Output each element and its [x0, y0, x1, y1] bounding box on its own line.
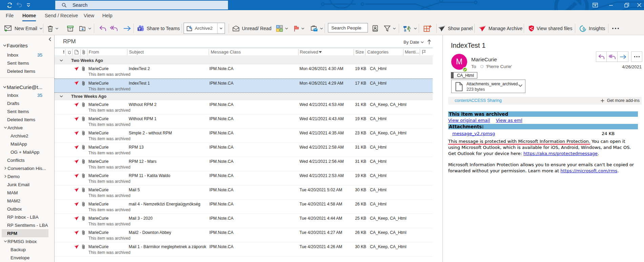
close-button[interactable]	[633, 0, 644, 10]
quick-step-dropdown[interactable]	[217, 23, 225, 34]
table-row[interactable]: MarieCuriemail 4 - Nemzetközi Energiaügy…	[55, 200, 433, 214]
sidebar-item-sent-items[interactable]: Sent Items	[0, 59, 54, 67]
show-panel-button[interactable]: Show panel	[438, 22, 473, 35]
sidebar-item-demo[interactable]: Demo	[0, 172, 54, 180]
more-actions-button[interactable]	[631, 51, 642, 62]
restore-button[interactable]	[621, 0, 632, 10]
folder-section-favorites[interactable]: Favorites	[0, 41, 54, 49]
view-shared-files-button[interactable]: View shared files	[528, 22, 573, 35]
sort-direction-button[interactable]	[427, 39, 432, 45]
get-more-addins-button[interactable]: Get more add-ins	[601, 98, 640, 103]
sidebar-item-outbox[interactable]: Outbox	[0, 205, 54, 213]
move-to-button[interactable]	[79, 22, 91, 35]
sidebar-item-archive2[interactable]: Archive2	[0, 132, 54, 140]
filter-email-button[interactable]	[384, 22, 396, 35]
reply-all-button[interactable]	[110, 22, 118, 35]
sidebar-item-rpm[interactable]: RPM	[2, 229, 48, 237]
column-received[interactable]: Received	[300, 49, 318, 54]
sidebar-item-inbox[interactable]: Inbox35	[0, 91, 54, 99]
rules-button[interactable]	[311, 22, 323, 35]
column-from[interactable]: From	[89, 49, 99, 54]
tab-help[interactable]: Help	[102, 11, 112, 20]
quick-step-combobox[interactable]: Archive2	[184, 23, 225, 34]
chevron-down-icon[interactable]	[518, 84, 522, 87]
table-row[interactable]: MarieCurieWithout RPM 1IPM.Note.CAWed 4/…	[55, 114, 433, 129]
sort-by-button[interactable]: By Date	[403, 40, 424, 45]
category-chip[interactable]: CA_Html	[451, 72, 477, 79]
sidebar-item-mam2[interactable]: MAM2	[0, 197, 54, 205]
search-input[interactable]: Search	[55, 1, 228, 9]
minimize-button[interactable]	[605, 0, 617, 10]
table-row[interactable]: MarieCurieRPM 13IPM.Note.CAWed 4/21/2021…	[55, 143, 433, 157]
tab-view[interactable]: View	[84, 11, 94, 20]
sidebar-item-envelope[interactable]: Envelope	[0, 254, 54, 262]
ribbon-display-options-button[interactable]	[589, 0, 601, 10]
table-row[interactable]: MarieCurieRPM 12 - MarsIPM.Note.CAWed 4/…	[55, 157, 433, 171]
sidebar-item-rp-inbox-lba[interactable]: RP Inbox - LBA	[0, 213, 54, 221]
aka-ms-link[interactable]: https://aka.ms/protectedmessage	[523, 151, 598, 156]
table-row[interactable]: MarieCurieIndexTest 1IPM.Note.CAMon 4/26…	[55, 79, 433, 93]
reply-all-button[interactable]	[607, 51, 618, 62]
delete-button[interactable]	[47, 22, 58, 35]
share-to-teams-button[interactable]: Share to Teams	[137, 22, 180, 35]
table-row[interactable]: MarieCurieRPM 11 - Katita WaldoIPM.Note.…	[55, 171, 433, 185]
microsoft-rms-link[interactable]: https://microsoft.com/rms	[560, 168, 617, 173]
attachment-column-icon[interactable]	[82, 49, 85, 55]
sidebar-item-mailapp[interactable]: MailApp	[0, 140, 54, 148]
insights-button[interactable]: Insights	[579, 22, 605, 35]
follow-up-button[interactable]	[294, 22, 304, 35]
translate-button[interactable]: a あ	[403, 22, 417, 35]
table-row[interactable]: MarieCurieWithout RPM 2IPM.Note.CAWed 4/…	[55, 100, 433, 114]
manage-archive-button[interactable]: Manage Archive	[479, 22, 522, 35]
view-as-eml-link[interactable]: View as eml	[496, 118, 522, 123]
sidebar-item-sent-items[interactable]: Sent Items	[0, 107, 54, 115]
customize-quick-access-button[interactable]	[24, 0, 33, 10]
sidebar-item-rp-sentitems-lba[interactable]: RP SentItems - LBA	[0, 221, 54, 229]
tab-send-receive[interactable]: Send / Receive	[45, 11, 78, 20]
sidebar-item-og-mailapp[interactable]: OG + MailApp	[0, 148, 54, 156]
categorize-button[interactable]	[276, 22, 288, 35]
archive-button[interactable]	[67, 22, 74, 35]
table-row[interactable]: MarieCurieSimple 2 - without RPMIPM.Note…	[55, 129, 433, 143]
sender-name[interactable]: MarieCurie	[471, 57, 497, 63]
new-group-button[interactable]	[423, 22, 432, 35]
attachment-file-link[interactable]: message_v2.rpmsg	[452, 131, 495, 136]
undo-button[interactable]	[14, 0, 24, 10]
table-row[interactable]: MarieCurieMail 3 - 2020IPM.Note.CATue 4/…	[55, 214, 433, 228]
search-people-input[interactable]: Search People	[328, 23, 368, 32]
new-email-button[interactable]: New Email	[4, 22, 42, 35]
view-original-email-link[interactable]: View original email	[448, 118, 490, 123]
forward-button[interactable]	[618, 51, 628, 62]
group-header-two-weeks-ago[interactable]: Two Weeks Ago	[55, 57, 433, 64]
sidebar-item-drafts[interactable]: Drafts	[0, 99, 54, 107]
column-categories[interactable]: Categories	[367, 49, 389, 54]
forward-button[interactable]	[123, 22, 131, 35]
sidebar-item-deleted-items[interactable]: Deleted Items	[0, 67, 54, 75]
unread-read-button[interactable]: Unread/ Read	[232, 22, 271, 35]
sidebar-item-conversation-his-[interactable]: Conversation His...	[0, 164, 54, 172]
sidebar-item-mam[interactable]: MAM	[0, 189, 54, 197]
group-header-three-weeks-ago[interactable]: Three Weeks Ago	[55, 93, 433, 100]
column-message-class[interactable]: Message Class	[211, 49, 241, 54]
flag-column-icon[interactable]	[422, 50, 426, 54]
folder-section-mariecurie-t-[interactable]: MarieCurie@t...	[0, 83, 54, 91]
sidebar-item-deleted-items[interactable]: Deleted Items	[0, 115, 54, 124]
more-commands-button[interactable]	[612, 22, 619, 35]
sidebar-item-backup[interactable]: Backup	[0, 245, 54, 254]
column-subject[interactable]: Subject	[129, 49, 144, 54]
tab-file[interactable]: File	[6, 11, 14, 20]
reply-button[interactable]	[596, 51, 607, 62]
sidebar-item-conflicts[interactable]: Conflicts	[0, 156, 54, 164]
reply-button[interactable]	[99, 22, 106, 35]
tab-home[interactable]: Home	[22, 11, 36, 20]
column-size[interactable]: Size	[355, 49, 364, 54]
item-type-column-icon[interactable]	[75, 50, 79, 54]
table-row[interactable]: MarieCurieMail 5IPM.Note.CATue 4/20/2021…	[55, 185, 433, 200]
attachment-card[interactable]: Attachments_were_archived 223 bytes	[451, 80, 525, 93]
column-importance[interactable]: !	[63, 49, 64, 54]
table-row[interactable]: MarieCurieIndexTest 2IPM.Note.CAMon 4/26…	[55, 64, 433, 79]
sidebar-item-rpmsg-inbox[interactable]: RPMSG Inbox	[0, 237, 54, 245]
column-mention[interactable]: Menti...	[405, 49, 419, 54]
sidebar-item-junk-email[interactable]: Junk Email	[0, 180, 54, 189]
sidebar-item-archive[interactable]: Archive	[0, 124, 54, 132]
